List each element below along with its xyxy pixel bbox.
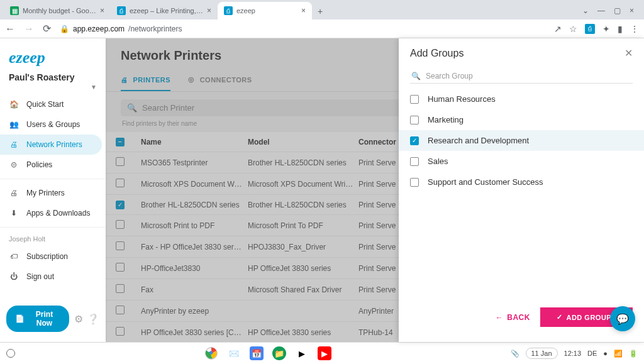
back-icon[interactable]: ← [5, 23, 15, 35]
close-icon[interactable]: × [301, 6, 306, 15]
sidebar-item-my-printers[interactable]: 🖨 My Printers [0, 183, 106, 203]
group-label: Human Resources [428, 94, 496, 104]
sidebar-item-policies[interactable]: ⊝ Policies [0, 155, 106, 175]
bullet-icon: ● [603, 350, 608, 357]
browser-tab-active[interactable]: ⎙ ezeep × [218, 2, 312, 19]
minimize-icon[interactable]: — [597, 6, 605, 15]
user-name-label: Joseph Holt [0, 231, 106, 246]
taskbar-lang[interactable]: DE [587, 350, 597, 357]
search-icon: 🔍 [411, 72, 421, 80]
group-label: Sales [428, 157, 448, 166]
sidebar-item-subscription[interactable]: 🏷 Subscription [0, 246, 106, 267]
browser-tab-strip: ▦ Monthly budget - Google Sheets × ⎙ eze… [0, 0, 644, 19]
group-checkbox[interactable] [410, 178, 419, 187]
bookmarks-icon[interactable]: ▮ [618, 24, 623, 34]
chat-icon: 💬 [616, 313, 629, 325]
calendar-icon[interactable]: 📅 [250, 346, 264, 360]
sidebar-item-label: Policies [26, 160, 52, 169]
search-placeholder: Search Group [426, 72, 473, 80]
window-controls: ⌄ — ▢ × [576, 2, 640, 19]
taskbar-time[interactable]: 12:13 [564, 350, 582, 357]
group-item[interactable]: Sales [399, 151, 644, 172]
new-tab-button[interactable]: + [312, 3, 328, 19]
puzzle-icon[interactable]: ✦ [602, 24, 610, 34]
forward-icon[interactable]: → [24, 23, 34, 35]
star-icon[interactable]: ☆ [569, 24, 577, 34]
group-label: Marketing [428, 115, 464, 124]
tab-title: ezeep – Like Printing, Just Bette [130, 7, 203, 14]
launcher-icon[interactable] [6, 349, 15, 358]
close-icon[interactable]: × [100, 6, 104, 15]
close-icon[interactable]: ✕ [625, 47, 633, 59]
group-checkbox[interactable]: ✓ [410, 136, 419, 145]
org-dropdown[interactable]: ▼ [0, 84, 106, 94]
group-item[interactable]: Marketing [399, 109, 644, 130]
reload-icon[interactable]: ⟳ [43, 23, 51, 35]
youtube-icon[interactable]: ▶ [318, 346, 331, 360]
print-now-button[interactable]: 📄 Print Now [6, 306, 69, 332]
share-icon[interactable]: ↗ [554, 24, 562, 34]
menu-icon[interactable]: ⋮ [630, 24, 639, 34]
printer-icon: 🖨 [9, 189, 19, 197]
url-box[interactable]: 🔒 app.ezeep.com/networkprinters [57, 25, 548, 33]
sidebar-item-label: Network Printers [26, 140, 82, 149]
close-icon[interactable]: × [207, 6, 211, 15]
sidebar-item-label: Subscription [26, 252, 68, 261]
maximize-icon[interactable]: ▢ [614, 6, 621, 15]
group-search-input[interactable]: 🔍 Search Group [410, 69, 633, 84]
power-icon: ⏻ [9, 272, 19, 281]
group-item[interactable]: Human Resources [399, 89, 644, 109]
tab-title: ezeep [236, 7, 297, 14]
tag-icon: 🏷 [9, 252, 19, 261]
extension-icon[interactable]: ⎙ [585, 24, 595, 34]
drawer-title: Add Groups [410, 48, 464, 59]
group-checkbox[interactable] [410, 95, 419, 104]
sidebar-item-quick-start[interactable]: 🏠 Quick Start [0, 94, 106, 114]
chat-bubble[interactable]: 💬 [610, 306, 635, 331]
browser-tab[interactable]: ▦ Monthly budget - Google Sheets × [4, 2, 111, 19]
logo: ezeep [0, 43, 106, 70]
ezeep-favicon: ⎙ [224, 6, 233, 15]
back-button[interactable]: ← BACK [496, 313, 530, 322]
sidebar-item-apps-downloads[interactable]: ⬇ Apps & Downloads [0, 203, 106, 223]
sidebar-item-label: Sign out [26, 272, 54, 281]
toggle-icon: ⊝ [9, 160, 19, 169]
url-path: /networkprinters [128, 25, 182, 33]
sidebar-item-label: Apps & Downloads [26, 209, 90, 218]
print-now-label: Print Now [28, 310, 60, 328]
tray-icon[interactable]: 📎 [511, 350, 519, 358]
org-name: Paul's Roastery [0, 70, 106, 84]
close-icon[interactable]: × [630, 6, 634, 15]
document-icon: 📄 [15, 314, 25, 323]
chevron-down-icon[interactable]: ⌄ [582, 6, 589, 15]
download-icon: ⬇ [9, 209, 19, 218]
group-label: Research and Development [428, 136, 529, 145]
files-icon[interactable]: 📁 [272, 346, 286, 360]
group-checkbox[interactable] [410, 116, 419, 124]
wifi-icon[interactable]: 📶 [614, 350, 623, 358]
printer-icon: 🖨 [9, 140, 19, 149]
sidebar-item-users-groups[interactable]: 👥 Users & Groups [0, 114, 106, 135]
lock-icon: 🔒 [60, 25, 69, 33]
play-store-icon[interactable]: ▶ [295, 346, 309, 360]
chrome-icon[interactable] [204, 346, 218, 360]
sidebar-item-sign-out[interactable]: ⏻ Sign out [0, 267, 106, 287]
gear-icon[interactable]: ⚙ [74, 313, 83, 325]
taskbar-date[interactable]: 11 Jan [526, 348, 558, 359]
home-icon: 🏠 [9, 100, 19, 109]
group-item[interactable]: ✓Research and Development [399, 130, 644, 151]
help-icon[interactable]: ❔ [87, 313, 99, 325]
url-host: app.ezeep.com [73, 25, 125, 33]
tab-title: Monthly budget - Google Sheets [23, 7, 96, 14]
browser-tab[interactable]: ⎙ ezeep – Like Printing, Just Bette × [111, 2, 218, 19]
battery-icon[interactable]: 🔋 [629, 350, 638, 358]
group-checkbox[interactable] [410, 157, 419, 166]
back-label: BACK [507, 313, 530, 322]
sidebar: ezeep Paul's Roastery ▼ 🏠 Quick Start 👥 … [0, 38, 106, 342]
group-item[interactable]: Support and Customer Success [399, 172, 644, 192]
arrow-left-icon: ← [496, 313, 504, 322]
gmail-icon[interactable]: ✉️ [227, 346, 241, 360]
sidebar-item-network-printers[interactable]: 🖨 Network Printers [0, 135, 102, 155]
users-icon: 👥 [9, 120, 19, 129]
check-icon: ✓ [557, 313, 563, 321]
